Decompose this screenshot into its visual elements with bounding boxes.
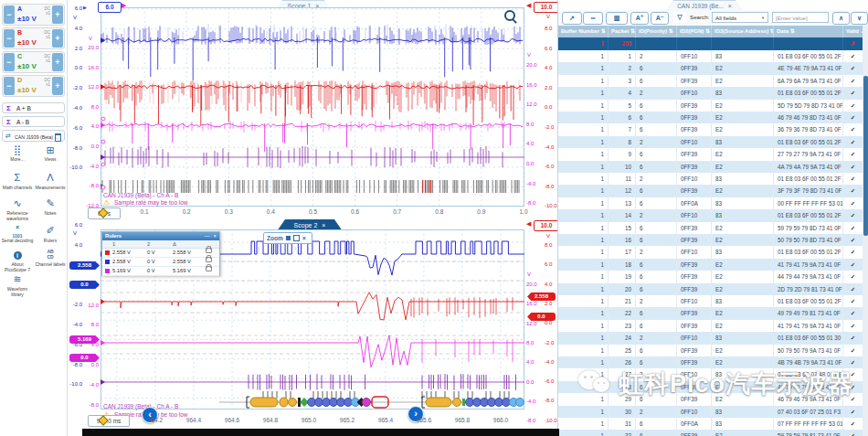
table-row[interactable]: 11660FF39E250 79 50 79 8D 73 41 0F✓ (558, 234, 863, 246)
ruler-badge[interactable]: 2.558 (69, 261, 100, 270)
table-row[interactable]: 13020FF108307 40 03 6F 07 25 01 F3✓ (558, 406, 863, 418)
cell: ✓ (843, 148, 863, 160)
table-header-data[interactable]: Data ⇅ (774, 26, 843, 37)
minimize-icon[interactable]: — (205, 232, 210, 240)
channel-a-minus-button[interactable]: − (4, 5, 15, 24)
table-scrollbar[interactable] (863, 26, 868, 436)
tool-measurements-icon[interactable]: Λ (34, 172, 67, 183)
trigger-level-arrow-icon[interactable]: ◀ (526, 2, 531, 9)
table-row[interactable]: 11060FF39E24A 79 4A 79 9A 73 41 0F✓ (558, 161, 863, 173)
search-up-button[interactable]: ∧ (832, 12, 850, 25)
tool-reference-waveforms-icon[interactable]: ∿ (1, 197, 34, 208)
table-row[interactable]: 11420FF108301 E8 03 6F 00 55 01 2F✓ (558, 209, 863, 221)
tool-math-channels-icon[interactable]: Σ (1, 172, 34, 183)
tool-notes-icon[interactable]: ✎ (34, 197, 67, 208)
channel-c-minus-button[interactable]: − (4, 53, 15, 71)
trigger-level-box[interactable]: 10.0 (534, 2, 559, 13)
table-row[interactable]: 11720FF108301 E8 03 6F 00 55 01 2F✓ (558, 246, 863, 258)
sidebar-item-math-a-minus-b[interactable]: ΣA - B (2, 116, 65, 127)
close-icon[interactable]: × (322, 222, 325, 229)
search-down-button[interactable]: ∨ (851, 12, 868, 25)
search-input[interactable]: [Enter value] (772, 12, 829, 23)
trash-icon[interactable] (55, 133, 61, 142)
table-row[interactable]: 11560FF39E259 79 59 79 8D 73 41 0F✓ (558, 222, 863, 234)
table-header-id3-source-address-[interactable]: ID3(Source Address) ⇅ (712, 26, 774, 37)
table-row[interactable]: 11260FF39E23F 79 3F 79 8D 73 41 0F✓ (558, 185, 863, 197)
scope2-time-offset-box[interactable]: 964.0 ms (88, 415, 130, 427)
trigger-marker-icon[interactable]: ▶ (122, 2, 126, 9)
table-row[interactable]: 13260FF39E259 79 59 79 81 73 41 0F✓ (558, 430, 863, 436)
table-header-packet[interactable]: Packet ⇅ (609, 26, 636, 37)
font-decrease-button[interactable]: A⁻ (651, 12, 669, 25)
scope1-plot[interactable] (101, 7, 524, 207)
table-row[interactable]: 12560FF39E250 79 50 79 9A 73 41 0F✓ (558, 345, 863, 356)
ruler-badge[interactable]: 0.0 (527, 313, 556, 321)
table-row[interactable]: 1820FF108301 E8 03 6F 00 55 01 2F✓ (558, 136, 863, 148)
close-icon[interactable]: × (214, 232, 217, 240)
ruler-badge[interactable]: 5.169 (69, 335, 100, 344)
table-row[interactable]: 12120FF108301 E8 03 6F 00 55 01 2F✓ (558, 295, 863, 307)
table-row[interactable]: 12260FF39E249 79 49 79 81 73 41 0F✓ (558, 307, 863, 319)
channel-a-plus-button[interactable]: + (52, 5, 63, 24)
channel-a-offset-box[interactable]: 6.0 (98, 2, 122, 13)
table-row[interactable]: 12360FF39E241 79 41 79 9A 73 41 0F✓ (558, 320, 863, 332)
table-row[interactable]: 11120FF108301 E8 03 6F 00 55 01 2F✓ (558, 173, 863, 185)
ruler-delta: 2.558 V (173, 258, 206, 266)
search-field-selector[interactable]: All fields ▼ (712, 12, 768, 23)
ruler-badge[interactable]: 2.558 (527, 292, 556, 301)
filter-button[interactable]: ▽ (673, 12, 686, 23)
table-row[interactable]: 11960FF39E244 79 44 79 9A 73 41 0F✓ (558, 271, 863, 282)
table-row[interactable]: 1560FF39E25D 79 5D 79 8D 73 41 0F✓ (558, 100, 863, 112)
table-header-id-priority-[interactable]: ID(Priority) ⇅ (636, 26, 677, 37)
tool-about-icon[interactable]: i (1, 249, 34, 260)
link-button[interactable]: ∞ (583, 12, 603, 25)
zoom-in-icon[interactable] (504, 10, 515, 21)
tool-rulers-icon[interactable]: ✐ (34, 225, 67, 236)
channel-b-plus-button[interactable]: + (52, 29, 63, 48)
close-icon[interactable]: × (302, 235, 306, 241)
table-row[interactable]: 11360FF0A8300 FF FF FF FF FF 53 01✓ (558, 197, 863, 209)
font-increase-button[interactable]: A⁺ (630, 12, 649, 25)
export-button[interactable]: ↗ (562, 12, 582, 25)
zoom-overlay[interactable]: Zoom × (263, 232, 312, 244)
trigger-level-box[interactable]: 10.0 (534, 220, 559, 231)
table-header-valid[interactable]: Valid ▲ (843, 26, 863, 37)
table-row[interactable]: 1760FF39E236 79 36 79 8D 73 41 0F✓ (558, 123, 863, 135)
table-header-buffer-number[interactable]: Buffer Number ⇅ (558, 26, 609, 37)
table-row[interactable]: 12060FF39E22D 79 2D 79 81 73 41 0F✓ (558, 283, 863, 295)
table-row[interactable]: 1260FF39E24E 79 4E 79 9A 73 41 0F✓ (558, 62, 863, 74)
sidebar-item-can-decoder[interactable]: ⇄ CAN J1939 (Beta) ... (2, 130, 65, 142)
cell: 41 79 41 79 9A 73 41 0F (774, 320, 843, 332)
table-row[interactable]: 1120FF108301 E8 03 6F 00 55 01 2F✓ (558, 50, 863, 62)
cell: 5 (609, 100, 636, 112)
table-row[interactable]: 1960FF39E227 79 27 79 9A 73 41 0F✓ (558, 148, 863, 160)
table-row[interactable]: 1420FF108301 E8 03 6F 00 55 01 2F✓ (558, 87, 863, 99)
columns-button[interactable]: ▥ (606, 12, 628, 25)
channel-d-minus-button[interactable]: − (4, 77, 15, 95)
lock-icon[interactable] (206, 267, 217, 275)
rulers-col-2: 2 (147, 240, 173, 248)
sidebar-item-math-a-plus-b[interactable]: ΣA + B (2, 102, 65, 113)
table-selected-row[interactable]: 1255✗ (558, 37, 863, 50)
close-icon[interactable]: × (728, 3, 732, 9)
tool-waveform-library-icon[interactable]: ≋ (1, 273, 34, 284)
tool-channel-labels-icon[interactable]: ABCD (34, 249, 67, 260)
tool-more-icon[interactable]: ⣿ (1, 144, 34, 155)
channel-b-minus-button[interactable]: − (4, 29, 15, 48)
ruler-badge[interactable]: 0.0 (69, 281, 100, 289)
table-row[interactable]: 13160FF0A8307 FF FF FF FF FF 53 01✓ (558, 418, 863, 430)
channel-d-plus-button[interactable]: + (52, 77, 63, 95)
channel-c-plus-button[interactable]: + (52, 53, 63, 71)
table-header-id2-pgn-[interactable]: ID2(PGN) ⇅ (677, 26, 712, 37)
table-row[interactable]: 1660FF39E246 79 46 79 8D 73 41 0F✓ (558, 112, 863, 123)
trigger-level-arrow-icon[interactable]: ◀ (526, 220, 531, 228)
scrollbar-thumb[interactable] (863, 76, 868, 236)
table-row[interactable]: 12420FF108301 E8 03 6F 00 55 01 30✓ (558, 332, 863, 344)
table-row[interactable]: 1360FF39E26A 79 6A 79 9A 73 41 0F✓ (558, 75, 863, 87)
ruler-badge[interactable]: 0.0 (69, 354, 100, 362)
tool-views-icon[interactable]: ⊞ (34, 144, 67, 155)
zoom-full-icon[interactable] (293, 235, 300, 241)
table-row[interactable]: 11860FF39E241 79 41 79 9A 73 41 0F✓ (558, 259, 863, 271)
rulers-panel-header[interactable]: Rulers × — (102, 232, 219, 240)
zoom-window-icon[interactable] (286, 236, 291, 240)
